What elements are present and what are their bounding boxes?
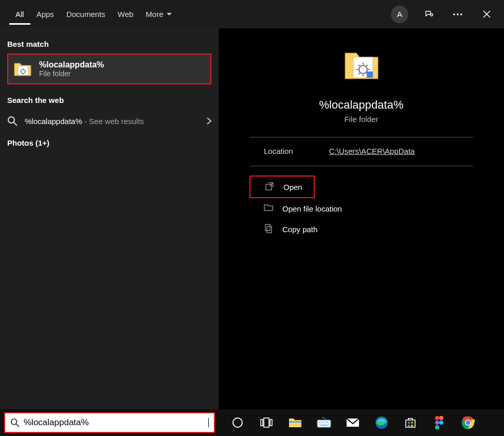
web-result-suffix: - See web results — [82, 117, 144, 126]
svg-point-39 — [466, 421, 471, 425]
preview-title: %localappdata% — [319, 98, 404, 112]
action-open[interactable]: Open — [249, 176, 315, 198]
svg-rect-25 — [320, 425, 328, 426]
action-copy-path[interactable]: Copy path — [249, 219, 473, 239]
best-match-heading: Best match — [0, 33, 219, 51]
more-options-icon[interactable] — [449, 6, 466, 23]
tab-more[interactable]: More — [139, 4, 177, 25]
taskbar — [0, 409, 504, 436]
svg-rect-24 — [327, 422, 328, 423]
svg-point-13 — [11, 419, 17, 425]
tab-apps[interactable]: Apps — [30, 4, 60, 25]
tab-all[interactable]: All — [9, 4, 30, 25]
svg-point-6 — [8, 117, 14, 123]
microsoft-store-icon[interactable] — [403, 415, 418, 430]
svg-rect-9 — [367, 72, 373, 78]
folder-icon — [13, 60, 32, 78]
photos-heading[interactable]: Photos (1+) — [0, 132, 219, 150]
feedback-icon[interactable] — [421, 6, 437, 23]
preview-folder-icon — [343, 49, 380, 86]
divider — [249, 137, 473, 137]
taskbar-search-box[interactable] — [4, 412, 215, 433]
chevron-right-icon — [207, 117, 211, 125]
avatar-letter: A — [397, 10, 402, 19]
search-icon — [7, 116, 17, 126]
preview-pane: %localappdata% File folder Location C:\U… — [219, 28, 504, 409]
best-match-subtitle: File folder — [39, 69, 104, 78]
svg-rect-31 — [411, 425, 413, 427]
svg-point-33 — [439, 416, 443, 420]
location-path-link[interactable]: C:\Users\ACER\AppData — [329, 147, 415, 155]
svg-rect-16 — [264, 418, 269, 427]
folder-outline-icon — [264, 203, 274, 214]
svg-rect-30 — [408, 425, 410, 427]
edge-browser-icon[interactable] — [374, 415, 389, 430]
svg-rect-12 — [267, 226, 272, 233]
action-open-label: Open — [283, 183, 302, 191]
task-view-icon[interactable] — [259, 415, 274, 430]
svg-point-0 — [430, 13, 433, 16]
svg-rect-15 — [261, 420, 263, 426]
svg-point-2 — [457, 13, 459, 15]
svg-rect-20 — [319, 422, 320, 423]
results-pane: Best match %localappdata% File folder Se… — [0, 28, 219, 409]
svg-point-1 — [453, 13, 455, 15]
location-label: Location — [264, 147, 293, 155]
copy-icon — [264, 224, 274, 234]
action-open-location-label: Open file location — [282, 204, 342, 213]
chevron-down-icon — [167, 13, 172, 16]
action-copy-path-label: Copy path — [282, 225, 317, 234]
svg-point-14 — [233, 418, 242, 427]
web-result-query: %localappdata% — [25, 117, 82, 126]
divider — [249, 166, 473, 166]
web-result-text: %localappdata% - See web results — [25, 117, 144, 126]
best-match-title: %localappdata% — [39, 60, 104, 69]
mail-icon[interactable] — [346, 415, 360, 430]
action-open-file-location[interactable]: Open file location — [249, 198, 473, 219]
svg-rect-23 — [325, 422, 326, 423]
svg-point-36 — [435, 425, 439, 429]
keyboard-icon[interactable] — [317, 415, 331, 430]
tab-documents[interactable]: Documents — [60, 4, 112, 25]
svg-rect-22 — [323, 422, 324, 423]
preview-subtitle: File folder — [345, 115, 379, 124]
svg-rect-28 — [408, 422, 410, 424]
tab-web[interactable]: Web — [112, 4, 140, 25]
best-match-result[interactable]: %localappdata% File folder — [7, 54, 211, 84]
close-icon[interactable] — [478, 6, 495, 23]
chrome-icon[interactable] — [461, 415, 475, 430]
search-input[interactable] — [24, 417, 204, 428]
cortana-icon[interactable] — [230, 415, 245, 430]
svg-point-3 — [460, 13, 462, 15]
svg-rect-29 — [411, 422, 413, 424]
svg-point-34 — [435, 421, 439, 425]
open-icon — [265, 182, 275, 192]
svg-rect-17 — [270, 420, 272, 426]
svg-rect-21 — [321, 422, 322, 423]
search-web-heading: Search the web — [0, 90, 219, 108]
svg-point-35 — [439, 421, 443, 425]
svg-point-32 — [435, 416, 439, 420]
tab-more-label: More — [146, 10, 163, 19]
file-explorer-icon[interactable] — [288, 415, 302, 430]
search-icon — [10, 418, 20, 427]
svg-rect-18 — [289, 421, 301, 423]
user-avatar[interactable]: A — [391, 6, 408, 23]
web-search-result[interactable]: %localappdata% - See web results — [0, 110, 219, 132]
search-tabs-bar: All Apps Documents Web More A — [0, 0, 504, 28]
svg-rect-11 — [265, 224, 270, 231]
svg-rect-19 — [317, 420, 331, 427]
text-caret — [208, 418, 209, 427]
figma-icon[interactable] — [432, 415, 446, 430]
